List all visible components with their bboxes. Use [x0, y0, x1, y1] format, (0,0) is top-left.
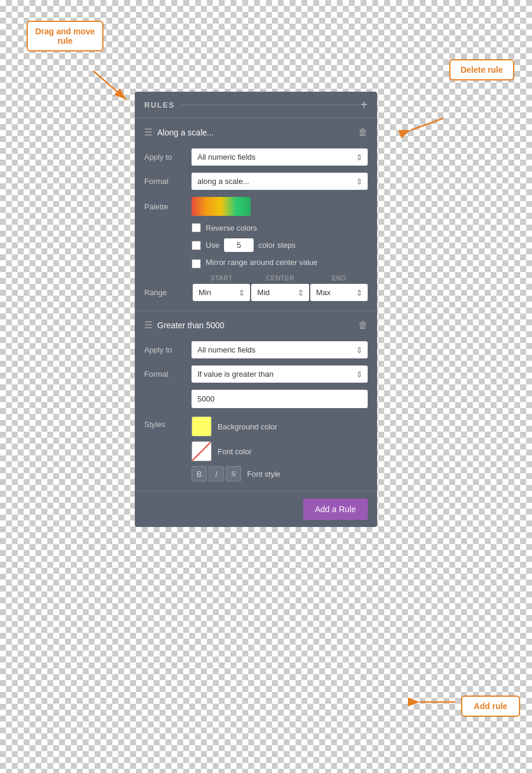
rules-panel: RULES + ☰ Along a scale... 🗑 Apply to Al…	[135, 92, 377, 527]
rule2-italic-button[interactable]: /	[209, 466, 224, 481]
delete-callout: Delete rule	[449, 59, 514, 80]
add-rule-button[interactable]: Add a Rule	[303, 499, 368, 520]
rule1-apply-to-select[interactable]: All numeric fields All fields Custom	[192, 148, 368, 166]
rule2-styles-label: Styles	[144, 416, 192, 429]
rule1-apply-to-row: Apply to All numeric fields All fields C…	[144, 148, 368, 166]
rule1-reverse-colors-label: Reverse colors	[206, 224, 257, 232]
add-rule-bar: Add a Rule	[135, 491, 377, 527]
rule2-section: ☰ Greater than 5000 🗑 Apply to All numer…	[135, 311, 377, 491]
drag-callout: Drag and move rule	[27, 21, 103, 51]
rule2-drag-icon[interactable]: ☰	[144, 319, 153, 331]
rule2-bg-color-swatch[interactable]	[192, 416, 212, 436]
rule2-apply-to-wrapper: All numeric fields All fields ⇕	[192, 341, 368, 358]
rule2-font-color-swatch[interactable]	[192, 441, 212, 461]
rule1-palette-label: Palette	[144, 202, 192, 211]
rule2-bg-color-item: Background color	[192, 416, 368, 436]
rule1-format-select[interactable]: along a scale... If value is greater tha…	[192, 173, 368, 190]
rule2-format-wrapper: along a scale... If value is greater tha…	[192, 366, 368, 383]
rule2-value-input[interactable]	[192, 390, 368, 408]
rule1-range-center-label: CENTER	[251, 274, 309, 282]
rule2-name: Greater than 5000	[157, 321, 358, 330]
rule1-reverse-colors-checkbox[interactable]	[192, 223, 201, 232]
rule2-apply-to-row: Apply to All numeric fields All fields ⇕	[144, 341, 368, 358]
rule1-color-steps-checkbox[interactable]	[192, 241, 201, 250]
rule1-name: Along a scale...	[157, 128, 358, 137]
rule1-mirror-label: Mirror range around center value	[206, 258, 317, 267]
rule1-range-end-label: END	[310, 274, 368, 282]
rule2-apply-to-select[interactable]: All numeric fields All fields	[192, 341, 368, 358]
rule2-font-style-buttons: B / S	[192, 466, 241, 481]
rule2-value-row	[144, 390, 368, 408]
rule2-format-label: Format	[144, 370, 192, 379]
rule1-color-steps-row: Use color steps	[144, 238, 368, 252]
rule1-apply-to-wrapper: All numeric fields All fields Custom ⇕	[192, 148, 368, 166]
rule1-header: ☰ Along a scale... 🗑	[144, 124, 368, 140]
rule1-delete-icon[interactable]: 🗑	[358, 127, 368, 138]
rule2-bg-color-label: Background color	[218, 422, 277, 431]
rule2-font-color-item: Font color	[192, 441, 368, 461]
rule2-styles-row: Styles Background color Font color B /	[144, 416, 368, 481]
rule1-format-wrapper: along a scale... If value is greater tha…	[192, 173, 368, 190]
rule2-bold-button[interactable]: B	[192, 466, 207, 481]
rule1-color-steps-input[interactable]	[224, 238, 254, 252]
add-rule-plus-button[interactable]: +	[361, 99, 368, 111]
rule1-mirror-checkbox[interactable]	[192, 259, 201, 269]
rule1-range-start-wrapper: Min Mid Max Custom ⇕	[193, 284, 250, 301]
rule1-use-label: Use	[206, 241, 219, 250]
rule1-format-label: Format	[144, 177, 192, 186]
rule1-palette-swatch[interactable]	[192, 197, 251, 216]
rule2-apply-to-label: Apply to	[144, 345, 192, 354]
rule1-apply-to-label: Apply to	[144, 153, 192, 161]
rule2-format-select[interactable]: along a scale... If value is greater tha…	[192, 366, 368, 383]
rule1-format-row: Format along a scale... If value is grea…	[144, 173, 368, 190]
rule2-delete-icon[interactable]: 🗑	[358, 320, 368, 331]
rule1-range-start-select[interactable]: Min Mid Max Custom	[193, 284, 250, 301]
rule1-drag-icon[interactable]: ☰	[144, 127, 153, 138]
rule1-color-steps-label: color steps	[258, 241, 296, 250]
rule1-range-center-select[interactable]: Min Mid Max Custom	[251, 284, 309, 301]
rule2-font-color-label: Font color	[218, 447, 252, 456]
rule1-mirror-row: Mirror range around center value	[144, 258, 368, 269]
rule1-range-labels-row: START CENTER END	[144, 274, 368, 282]
rule2-format-row: Format along a scale... If value is grea…	[144, 366, 368, 383]
rule1-section: ☰ Along a scale... 🗑 Apply to All numeri…	[135, 118, 377, 311]
rule1-range-selects-row: Range Min Mid Max Custom ⇕ Min Mid Max C…	[144, 284, 368, 301]
rule1-range-label: Range	[144, 288, 192, 297]
rule1-palette-row: Palette	[144, 197, 368, 216]
rule2-header: ☰ Greater than 5000 🗑	[144, 317, 368, 333]
rule1-range-center-wrapper: Min Mid Max Custom ⇕	[251, 284, 309, 301]
rule1-reverse-colors-row: Reverse colors	[144, 223, 368, 232]
rules-title-text: RULES	[144, 101, 175, 109]
rule2-font-style-item: B / S Font style	[192, 466, 368, 481]
rule1-range-end-wrapper: Min Mid Max Custom ⇕	[310, 284, 368, 301]
rules-title: RULES	[144, 101, 361, 109]
add-rule-callout: Add rule	[461, 696, 520, 717]
rule1-range-end-select[interactable]: Min Mid Max Custom	[310, 284, 368, 301]
rules-header: RULES +	[135, 92, 377, 118]
rule2-font-style-label: Font style	[247, 470, 280, 478]
rule1-range-start-label: START	[193, 274, 250, 282]
rule2-strikethrough-button[interactable]: S	[226, 466, 241, 481]
rule2-styles-items: Background color Font color B / S Font s…	[192, 416, 368, 481]
